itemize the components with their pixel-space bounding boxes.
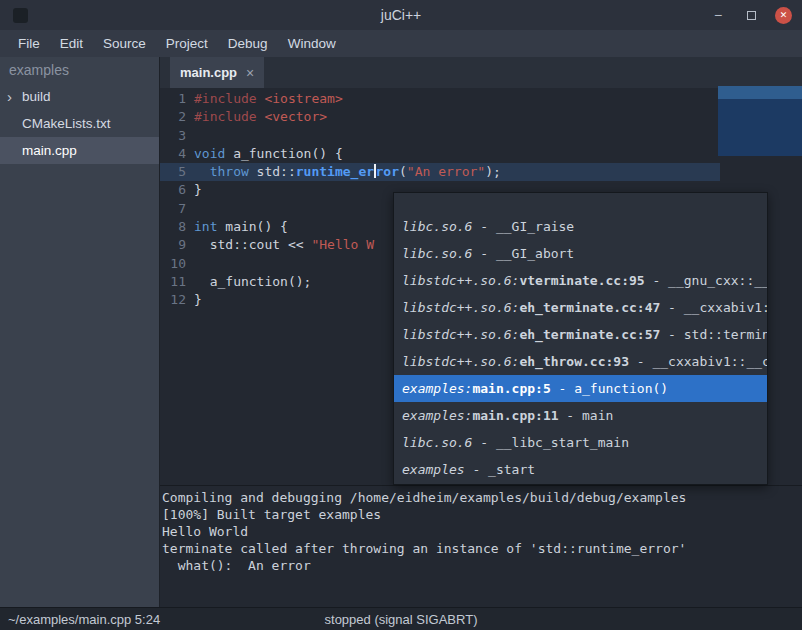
tree-item-label: build <box>22 89 51 104</box>
sidebar-item-build[interactable]: ›build <box>0 83 159 110</box>
line-number[interactable]: 4 <box>160 145 186 163</box>
tab-label: main.cpp <box>180 65 237 80</box>
tab-close-icon[interactable]: × <box>246 65 254 81</box>
window-title: juCi++ <box>381 7 421 23</box>
code-line-2[interactable]: 2#include <vector> <box>160 108 802 126</box>
terminal-line: [100%] Built target examples <box>162 506 802 523</box>
line-number[interactable]: 8 <box>160 218 186 236</box>
line-number[interactable]: 7 <box>160 200 186 218</box>
tree-item-label: CMakeLists.txt <box>22 116 111 131</box>
code-text: #include <iostream> <box>194 90 343 108</box>
tab-bar: main.cpp × <box>160 57 802 88</box>
line-number[interactable]: 10 <box>160 255 186 273</box>
backtrace-item[interactable]: libc.so.6 - __GI_raise <box>394 213 767 240</box>
code-line-4[interactable]: 4void a_function() { <box>160 145 802 163</box>
line-number[interactable]: 12 <box>160 291 186 309</box>
terminal-line: Hello World <box>162 523 802 540</box>
code-line-5[interactable]: 5 throw std::runtime_error("An error"); <box>160 163 802 181</box>
debug-overlay-header <box>718 86 802 99</box>
backtrace-popup: libc.so.6 - __GI_raiselibc.so.6 - __GI_a… <box>393 192 768 485</box>
line-number[interactable]: 11 <box>160 273 186 291</box>
minimize-icon: − <box>714 7 722 23</box>
backtrace-item[interactable]: libc.so.6 - __libc_start_main <box>394 429 767 456</box>
menu-debug[interactable]: Debug <box>218 30 278 57</box>
line-number[interactable]: 5 <box>160 163 186 181</box>
menu-source[interactable]: Source <box>93 30 156 57</box>
title-bar: juCi++ − ✕ <box>0 0 802 30</box>
backtrace-item[interactable]: examples - _start <box>394 456 767 483</box>
output-panel[interactable]: Compiling and debugging /home/eidheim/ex… <box>160 485 802 607</box>
code-text: } <box>194 181 202 199</box>
terminal-line: Compiling and debugging /home/eidheim/ex… <box>162 489 802 506</box>
terminal-line: terminate called after throwing an insta… <box>162 540 802 557</box>
sidebar-item-CMakeLists.txt[interactable]: CMakeLists.txt <box>0 110 159 137</box>
restore-icon <box>747 11 756 20</box>
code-line-1[interactable]: 1#include <iostream> <box>160 90 802 108</box>
backtrace-item[interactable]: libstdc++.so.6:eh_terminate.cc:47 - __cx… <box>394 294 767 321</box>
status-file-position: ~/examples/main.cpp 5:24 <box>8 612 160 627</box>
file-tree-sidebar: examples ›buildCMakeLists.txtmain.cpp <box>0 57 160 607</box>
menu-edit[interactable]: Edit <box>50 30 93 57</box>
code-text: int main() { <box>194 218 288 236</box>
line-number[interactable]: 3 <box>160 127 186 145</box>
menu-file[interactable]: File <box>8 30 50 57</box>
tree-item-label: main.cpp <box>22 143 77 158</box>
terminal-line: what(): An error <box>162 557 802 574</box>
sidebar-item-main.cpp[interactable]: main.cpp <box>0 137 159 164</box>
chevron-right-icon: › <box>7 83 12 110</box>
debug-overlay-box <box>718 86 802 156</box>
project-name-header: examples <box>0 57 159 83</box>
menu-project[interactable]: Project <box>156 30 218 57</box>
debug-overlay-body <box>718 99 802 156</box>
menu-window[interactable]: Window <box>278 30 346 57</box>
backtrace-item[interactable]: examples:main.cpp:5 - a_function() <box>394 375 767 402</box>
line-number[interactable]: 9 <box>160 236 186 254</box>
code-text: std::cout << "Hello W <box>194 236 374 254</box>
menu-bar: FileEditSourceProjectDebugWindow <box>0 30 802 57</box>
close-button[interactable]: ✕ <box>775 7 792 24</box>
close-icon: ✕ <box>780 10 788 20</box>
code-text: void a_function() { <box>194 145 343 163</box>
backtrace-list: libc.so.6 - __GI_raiselibc.so.6 - __GI_a… <box>394 213 767 483</box>
minimize-button[interactable]: − <box>709 6 727 24</box>
file-tree: ›buildCMakeLists.txtmain.cpp <box>0 83 159 164</box>
code-text: } <box>194 291 202 309</box>
tab-main-cpp[interactable]: main.cpp × <box>170 57 264 88</box>
backtrace-item[interactable]: examples:main.cpp:11 - main <box>394 402 767 429</box>
code-text: #include <vector> <box>194 108 327 126</box>
app-icon <box>13 8 28 23</box>
code-text: a_function(); <box>194 273 311 291</box>
line-number[interactable]: 1 <box>160 90 186 108</box>
line-number[interactable]: 2 <box>160 108 186 126</box>
backtrace-item[interactable]: libstdc++.so.6:eh_throw.cc:93 - __cxxabi… <box>394 348 767 375</box>
status-bar: ~/examples/main.cpp 5:24 stopped (signal… <box>0 607 802 630</box>
code-line-3[interactable]: 3 <box>160 127 802 145</box>
line-number[interactable]: 6 <box>160 181 186 199</box>
backtrace-item[interactable]: libstdc++.so.6:eh_terminate.cc:57 - std:… <box>394 321 767 348</box>
restore-button[interactable] <box>742 6 760 24</box>
backtrace-item[interactable]: libc.so.6 - __GI_abort <box>394 240 767 267</box>
code-text: throw std::runtime_error("An error"); <box>194 163 501 181</box>
window-controls: − ✕ <box>709 0 792 30</box>
backtrace-item[interactable]: libstdc++.so.6:vterminate.cc:95 - __gnu_… <box>394 267 767 294</box>
